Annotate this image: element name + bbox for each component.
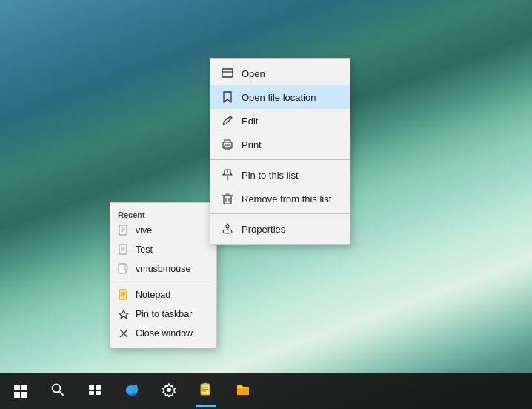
edge-icon [124,382,140,402]
menu-label-pin-to-list: Pin to this list [242,170,299,181]
jump-list-label-close-window: Close window [136,328,193,339]
svg-rect-35 [96,385,101,390]
taskbar-start-button[interactable] [3,373,39,409]
properties-icon [221,222,234,236]
close-x-icon [118,327,130,339]
menu-label-print: Print [242,139,262,150]
jump-list-label-vive: vive [136,225,152,236]
jump-list-separator-1 [110,282,216,282]
taskbar-explorer-button[interactable] [225,373,261,409]
taskview-icon [87,382,102,401]
jump-list-item-close-window[interactable]: Close window [110,324,216,343]
menu-item-edit[interactable]: Edit [210,109,350,133]
svg-rect-17 [222,69,233,77]
menu-label-open: Open [242,68,265,79]
svg-rect-37 [96,391,101,395]
taskbar-search-button[interactable] [40,373,76,409]
notepad-tb-icon [199,382,213,401]
svg-point-32 [53,384,61,392]
context-menu-separator-1 [210,159,350,160]
jump-list: Recent vive Test [110,202,217,348]
print-icon [221,138,234,151]
taskbar-taskview-button[interactable] [77,373,113,409]
svg-rect-36 [89,391,94,395]
search-icon [50,382,65,401]
svg-rect-43 [204,383,207,385]
menu-item-print[interactable]: Print [210,133,350,156]
pin-taskbar-icon [118,308,130,320]
menu-label-remove-from-list: Remove from this list [242,193,331,204]
edit-icon [221,114,234,127]
windows-icon [14,385,27,398]
jump-list-item-notepad[interactable]: Notepad [110,285,216,305]
menu-item-open[interactable]: Open [210,61,350,85]
svg-point-23 [230,144,231,145]
svg-rect-14 [122,289,124,290]
svg-line-19 [229,117,231,119]
jump-list-item-test[interactable]: Test [110,240,216,259]
menu-item-open-file-location[interactable]: Open file location [210,85,350,109]
jump-list-label-vmusbmouse: vmusbmouse [136,264,190,274]
pin-icon [221,168,234,182]
taskbar [0,373,532,409]
svg-point-38 [167,388,171,392]
folder-icon [235,382,251,402]
notepad-icon [118,289,130,301]
menu-label-properties: Properties [242,224,285,235]
jump-list-item-vmusbmouse[interactable]: vmusbmouse [110,259,216,279]
context-menu-separator-2 [210,213,350,214]
taskbar-settings-button[interactable] [151,373,187,409]
menu-label-edit: Edit [242,116,258,127]
jump-list-label-pin-taskbar: Pin to taskbar [136,309,192,319]
svg-rect-9 [124,266,127,270]
svg-rect-26 [224,196,231,204]
doc-icon-2 [118,244,130,256]
jump-list-section-label: Recent [110,207,216,221]
jump-list-label-test: Test [136,245,153,255]
window-icon [221,67,234,80]
doc-icon [118,225,130,236]
context-menu: Open Open file location Edit [210,58,350,245]
bookmark-icon [221,90,234,104]
jump-list-label-notepad: Notepad [136,290,170,300]
taskbar-edge-button[interactable] [114,373,150,409]
svg-line-33 [60,391,64,395]
doc-icon-3 [118,263,130,275]
menu-item-pin-to-list[interactable]: Pin to this list [210,163,350,187]
jump-list-item-pin-to-taskbar[interactable]: Pin to taskbar [110,305,216,324]
taskbar-notepad-button[interactable] [188,373,224,409]
menu-label-open-file-location: Open file location [242,92,316,103]
menu-item-remove-from-list[interactable]: Remove from this list [210,187,350,210]
menu-item-properties[interactable]: Properties [210,217,350,241]
jump-list-item-vive[interactable]: vive [110,221,216,240]
settings-icon [162,382,176,401]
trash-icon [221,192,234,205]
svg-rect-34 [89,385,94,390]
